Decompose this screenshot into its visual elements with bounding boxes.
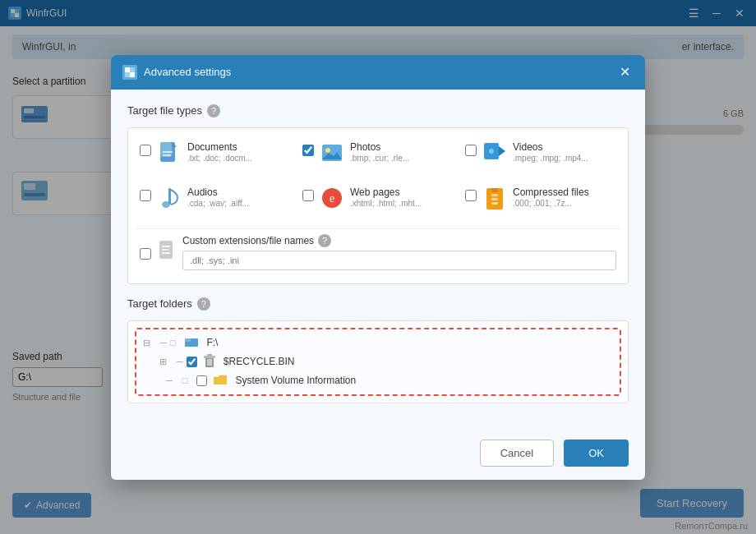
svg-rect-33 (491, 202, 498, 205)
sysvolinfo-folder-icon (213, 374, 228, 388)
custom-ext-icon (158, 239, 176, 265)
webpages-name: Web pages (350, 186, 422, 198)
file-type-documents: Documents .txt; .doc; .docm... (136, 136, 294, 177)
audios-checkbox[interactable] (140, 190, 151, 201)
recycle-bin-label: $RECYCLE.BIN (224, 356, 295, 367)
webpages-exts: .xhtml; .html; .mht... (350, 199, 422, 208)
photos-checkbox[interactable] (302, 145, 314, 156)
modal-close-button[interactable]: ✕ (615, 63, 634, 81)
audios-name: Audios (187, 186, 249, 198)
modal-overlay: Advanced settings ✕ Target file types ? (0, 0, 756, 534)
tree-child-recycle: ⊞ ─ (143, 352, 613, 372)
modal-footer: Cancel OK (111, 431, 645, 480)
file-type-photos: Photos .bmp; .cur; .rle... (299, 136, 457, 177)
svg-rect-18 (163, 154, 171, 156)
svg-rect-36 (162, 249, 168, 251)
webpages-icon: e (320, 186, 343, 215)
drive-folder-icon (184, 336, 199, 350)
webpages-info: Web pages .xhtml; .html; .mht... (350, 186, 422, 208)
custom-ext-info: Custom extensions/file names ? (182, 234, 616, 270)
target-file-types-label: Target file types (127, 104, 202, 117)
custom-ext-input[interactable] (182, 251, 616, 270)
svg-rect-35 (162, 246, 170, 247)
tree-sysvolinfo-dash2: □ (182, 375, 188, 385)
photos-name: Photos (350, 141, 409, 153)
svg-rect-30 (491, 188, 498, 192)
photos-info: Photos .bmp; .cur; .rle... (350, 141, 409, 163)
videos-info: Videos .mpeg; .mpg; .mp4... (513, 141, 588, 163)
videos-icon (483, 141, 506, 167)
file-type-webpages: e Web pages .xhtml; .html; .mht... (299, 182, 457, 222)
audios-info: Audios .cda; .wav; .aiff... (187, 186, 249, 208)
custom-ext-label-row: Custom extensions/file names ? (182, 234, 616, 247)
tree-root-row: ⊟ ─ □ F:\ (143, 334, 613, 352)
compressed-exts: .000; .001; .7z... (513, 199, 589, 208)
target-folders-help-icon[interactable]: ? (197, 297, 210, 311)
custom-ext-row: Custom extensions/file names ? (136, 228, 620, 275)
audios-icon (158, 186, 181, 215)
tree-root-dash3: □ (170, 338, 176, 348)
custom-ext-help-icon[interactable]: ? (318, 234, 331, 247)
svg-rect-12 (125, 72, 130, 77)
svg-point-20 (325, 148, 330, 153)
sysvolinfo-label: System Volume Information (235, 375, 356, 386)
audios-exts: .cda; .wav; .aiff... (187, 199, 249, 208)
cancel-button[interactable]: Cancel (480, 440, 554, 467)
svg-text:e: e (330, 192, 334, 205)
documents-name: Documents (187, 141, 252, 153)
tree-child-dash2: ─ (177, 357, 183, 366)
compressed-name: Compressed files (513, 186, 589, 198)
svg-rect-11 (130, 67, 135, 72)
compressed-info: Compressed files .000; .001; .7z... (513, 186, 589, 208)
tree-container: ⊟ ─ □ F:\ (135, 328, 621, 396)
tree-sysvolinfo-dash: ─ (166, 375, 173, 385)
recycle-bin-checkbox[interactable] (187, 357, 197, 367)
svg-rect-32 (491, 198, 498, 200)
svg-rect-37 (162, 252, 170, 254)
tree-root-label: F:\ (206, 337, 218, 348)
compressed-checkbox[interactable] (465, 190, 477, 201)
modal-title-text: Advanced settings (144, 66, 231, 78)
svg-rect-17 (163, 151, 173, 153)
sysvolinfo-checkbox[interactable] (196, 375, 207, 386)
documents-info: Documents .txt; .doc; .docm... (187, 141, 252, 163)
modal-title-left: Advanced settings (122, 65, 231, 80)
svg-rect-13 (130, 72, 135, 77)
photos-exts: .bmp; .cur; .rle... (350, 154, 409, 163)
documents-icon (158, 141, 181, 172)
main-window: WinfrGUI ☰ ─ ✕ WinfrGUI, in er interface… (0, 0, 756, 534)
svg-rect-42 (207, 354, 212, 356)
advanced-settings-modal: Advanced settings ✕ Target file types ? (111, 55, 645, 480)
webpages-checkbox[interactable] (302, 190, 314, 201)
svg-point-24 (489, 149, 494, 154)
target-folders-box: ⊟ ─ □ F:\ (127, 320, 629, 403)
modal-title-icon (122, 65, 137, 80)
documents-checkbox[interactable] (140, 145, 151, 156)
file-types-help-icon[interactable]: ? (207, 104, 220, 117)
videos-checkbox[interactable] (465, 145, 477, 156)
svg-marker-23 (499, 146, 505, 156)
tree-child-sysvolinfo: ─ □ System Volume Informa (143, 372, 613, 389)
ok-button[interactable]: OK (564, 440, 629, 467)
videos-name: Videos (513, 141, 588, 153)
target-folders-header: Target folders ? (127, 297, 629, 311)
svg-rect-10 (125, 67, 130, 72)
svg-rect-46 (214, 377, 227, 384)
target-folders-label: Target folders (127, 297, 192, 310)
custom-ext-checkbox[interactable] (140, 248, 151, 260)
file-type-videos: Videos .mpeg; .mpg; .mp4... (462, 136, 620, 177)
compressed-icon (483, 186, 506, 217)
svg-rect-41 (204, 356, 215, 358)
target-file-types-header: Target file types ? (127, 104, 629, 117)
file-type-compressed: Compressed files .000; .001; .7z... (462, 182, 620, 222)
tree-root-dash: ⊟ (143, 338, 150, 348)
custom-ext-label: Custom extensions/file names (182, 235, 314, 246)
svg-rect-26 (168, 188, 171, 205)
modal-body: Target file types ? (111, 90, 645, 431)
svg-rect-31 (491, 194, 498, 196)
file-types-grid: Documents .txt; .doc; .docm... (127, 127, 629, 284)
videos-exts: .mpeg; .mpg; .mp4... (513, 154, 588, 163)
recycle-bin-icon (203, 353, 216, 371)
svg-rect-39 (185, 338, 191, 342)
modal-title-bar: Advanced settings ✕ (111, 55, 645, 90)
